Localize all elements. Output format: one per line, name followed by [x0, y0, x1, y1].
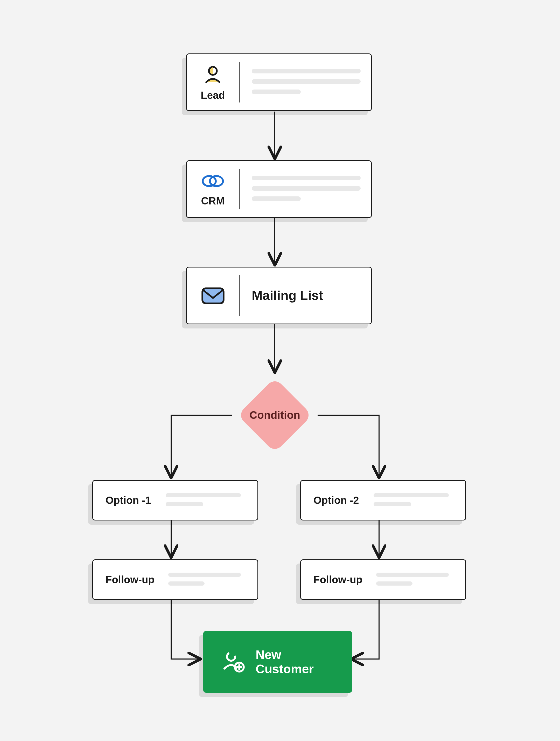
crm-skeleton [252, 176, 361, 201]
person-icon [202, 64, 224, 85]
skeleton-line [166, 493, 241, 497]
skeleton-line [252, 196, 301, 201]
skeleton-line [252, 69, 361, 73]
new-customer-node: New Customer [203, 631, 352, 693]
flowchart: Lead CRM [0, 0, 560, 741]
option-2-node: Option -2 [300, 480, 466, 521]
lead-label: Lead [201, 89, 225, 101]
mailing-list-node: Mailing List [186, 267, 372, 324]
mailing-icon-col [187, 268, 239, 324]
followup-left-skeleton [168, 572, 241, 586]
mailing-list-label: Mailing List [252, 288, 323, 303]
lead-node: Lead [186, 54, 372, 111]
condition-label: Condition [228, 368, 321, 462]
skeleton-line [168, 572, 241, 577]
followup-right-label: Follow-up [313, 574, 363, 586]
option-1-label: Option -1 [105, 494, 151, 506]
option-2-label: Option -2 [313, 494, 359, 506]
new-customer-label-line2: Customer [256, 662, 314, 676]
lead-divider [239, 62, 240, 103]
skeleton-line [376, 572, 449, 577]
followup-right-node: Follow-up [300, 559, 466, 600]
followup-left-node: Follow-up [92, 559, 258, 600]
svg-rect-2 [202, 288, 224, 303]
crm-node: CRM [186, 160, 372, 218]
skeleton-line [374, 493, 449, 497]
person-plus-icon [221, 650, 245, 674]
skeleton-line [252, 186, 361, 191]
skeleton-line [374, 502, 411, 506]
skeleton-line [252, 176, 361, 180]
followup-left-label: Follow-up [105, 574, 155, 586]
new-customer-label-group: New Customer [256, 648, 314, 676]
crm-icon-col: CRM [187, 161, 239, 217]
mail-icon [201, 285, 225, 306]
skeleton-line [252, 89, 301, 94]
option-1-skeleton [166, 493, 241, 506]
new-customer-label-line1: New [256, 648, 314, 662]
link-chain-icon [201, 172, 225, 190]
crm-label: CRM [201, 195, 225, 207]
lead-skeleton [252, 69, 361, 94]
option-1-node: Option -1 [92, 480, 258, 521]
mailing-divider [239, 275, 240, 316]
crm-divider [239, 169, 240, 209]
followup-right-skeleton [376, 572, 449, 586]
skeleton-line [376, 582, 412, 586]
skeleton-line [168, 582, 205, 586]
option-2-skeleton [374, 493, 449, 506]
svg-point-4 [227, 653, 235, 661]
skeleton-line [252, 79, 361, 84]
lead-icon-col: Lead [187, 54, 239, 110]
skeleton-line [166, 502, 203, 506]
